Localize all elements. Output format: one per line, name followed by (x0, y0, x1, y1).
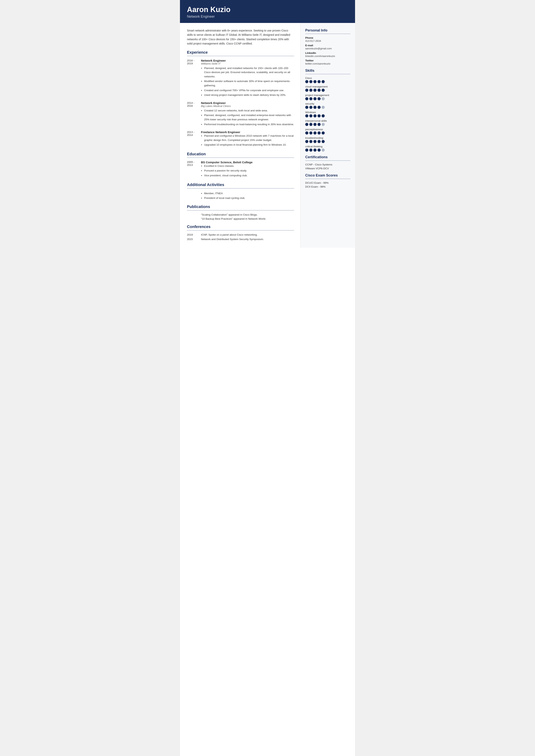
education-container: 2009 -2013 BS Computer Science, Beloit C… (187, 161, 294, 178)
skill-name-8: critical thinking (305, 145, 351, 148)
activities-list: Member, ITNEAPresident of local road cyc… (201, 191, 294, 200)
skill-dots-5 (305, 123, 351, 126)
conferences-container: 2019 ICNP, Spoke on a panel about Cisco … (187, 233, 294, 241)
skill-name-1: cloud management (305, 85, 351, 88)
experience-entry-2: 2013 -2014 Freelance Network Engineer Pl… (187, 130, 294, 148)
dot-filled-8-1 (309, 148, 312, 151)
email-value: aaronkuzio@gmail.com (305, 47, 351, 50)
dot-filled-1-4 (322, 89, 325, 92)
dot-filled-2-0 (305, 97, 308, 100)
dot-filled-4-2 (313, 114, 317, 118)
dot-filled-7-4 (322, 140, 325, 143)
experience-section-title: Experience (187, 50, 294, 55)
activities-container: Member, ITNEAPresident of local road cyc… (187, 191, 294, 200)
dot-filled-1-3 (318, 89, 321, 92)
score-item-1: DCII Exam - 98% (305, 185, 351, 188)
exp-bullet-0-3: Used strong project management skills to… (204, 93, 294, 97)
exp-bullets-1: Created 12 secure networks, both local a… (201, 108, 294, 126)
dot-filled-2-1 (309, 97, 312, 100)
edu-bullet-0-0: Excelled in Cisco classes. (204, 164, 294, 168)
activity-item-1: President of local road cycling club. (204, 196, 294, 200)
exp-role-0: Network Engineer (201, 59, 294, 62)
edu-degree-0: BS Computer Science, Beloit College (201, 161, 294, 164)
skills-divider (305, 74, 351, 74)
cisco-scores-container: DCUCI Exam - 99%DCII Exam - 98% (305, 181, 351, 188)
dot-filled-4-1 (309, 114, 312, 118)
dot-filled-5-0 (305, 123, 308, 126)
skill-row-8: critical thinking (305, 145, 351, 151)
dot-filled-0-1 (309, 80, 312, 83)
edu-content-0: BS Computer Science, Beloit College Exce… (201, 161, 294, 178)
dot-filled-4-0 (305, 114, 308, 118)
dot-filled-3-0 (305, 106, 308, 109)
exp-bullets-2: Planned and configured a Windows 2010 ne… (201, 134, 294, 147)
dot-filled-0-0 (305, 80, 308, 83)
skill-dots-0 (305, 80, 351, 83)
certifications-title: Certifications (305, 155, 351, 159)
linkedin-value: linkedin.com/in/aaronkuzio (305, 55, 351, 58)
dot-filled-3-3 (318, 106, 321, 109)
dot-filled-3-1 (309, 106, 312, 109)
dot-filled-7-0 (305, 140, 308, 143)
exp-bullet-1-2: Performed troubleshooting on load-balanc… (204, 122, 294, 126)
activity-item-0: Member, ITNEA (204, 191, 294, 196)
skill-row-2: project management (305, 94, 351, 100)
dot-filled-6-0 (305, 131, 308, 135)
exp-content-0: Network Engineer Williams-Seile IT Plann… (201, 59, 294, 98)
dot-filled-8-3 (318, 148, 321, 151)
exp-date-0: 2016 -2019 (187, 59, 201, 98)
skill-name-6: perceptiveness (305, 128, 351, 131)
dot-filled-3-2 (313, 106, 317, 109)
dot-empty-5-0 (322, 123, 325, 126)
exp-bullet-2-0: Planned and configured a Windows 2010 ne… (204, 134, 294, 142)
dot-filled-7-2 (313, 140, 317, 143)
exp-company-0: Williams-Seile IT (201, 62, 294, 65)
activities-divider (187, 188, 294, 189)
skills-container: Cisco cloud management project managemen… (305, 77, 351, 151)
dot-filled-1-1 (309, 89, 312, 92)
dot-filled-5-2 (313, 123, 317, 126)
dot-filled-1-2 (313, 89, 317, 92)
cisco-scores-title: Cisco Exam Scores (305, 174, 351, 177)
certifications-divider (305, 160, 351, 161)
skill-dots-3 (305, 106, 351, 109)
experience-container: 2016 -2019 Network Engineer Williams-Sei… (187, 59, 294, 148)
exp-bullet-0-1: Modified vendor software to automate 30%… (204, 79, 294, 88)
conferences-section-title: Conferences (187, 225, 294, 229)
cisco-scores-divider (305, 179, 351, 179)
cert-item-1: VMware VCP6-DCV (305, 167, 351, 170)
edu-bullet-0-2: Vice president, cloud computing club. (204, 174, 294, 178)
exp-role-1: Network Engineer (201, 101, 294, 105)
exp-bullet-1-1: Planned, designed, configured, and insta… (204, 113, 294, 122)
linkedin-label: LinkedIn (305, 51, 351, 54)
skills-title: Skills (305, 68, 351, 73)
conf-year-1: 2015 (187, 238, 201, 241)
exp-date-1: 2014 -2016 (187, 101, 201, 127)
edu-date-0: 2009 -2013 (187, 161, 201, 178)
skill-name-5: interpersonal skills (305, 119, 351, 122)
resume: Aaron Kuzio Network Engineer Smart netwo… (180, 0, 355, 756)
dot-filled-7-1 (309, 140, 312, 143)
dot-filled-8-0 (305, 148, 308, 151)
cert-item-0: CCNP - Cisco Systems (305, 163, 351, 166)
dot-filled-0-3 (318, 80, 321, 83)
exp-bullet-1-0: Created 12 secure networks, both local a… (204, 108, 294, 113)
dot-filled-6-2 (313, 131, 317, 135)
publications-divider (187, 210, 294, 210)
exp-bullet-0-2: Created and configured 700+ VPNs for cor… (204, 88, 294, 93)
dot-filled-5-3 (318, 123, 321, 126)
score-item-0: DCUCI Exam - 99% (305, 181, 351, 184)
skill-dots-8 (305, 148, 351, 151)
experience-entry-0: 2016 -2019 Network Engineer Williams-Sei… (187, 59, 294, 98)
skill-row-6: perceptiveness (305, 128, 351, 135)
skill-dots-4 (305, 114, 351, 118)
personal-info-title: Personal Info (305, 28, 351, 33)
edu-bullet-0-1: Pursued a passion for security study. (204, 169, 294, 173)
publications-section-title: Publications (187, 204, 294, 209)
header-title: Network Engineer (187, 14, 348, 19)
edu-bullets-0: Excelled in Cisco classes.Pursued a pass… (201, 164, 294, 178)
skill-name-7: troubleshooting (305, 136, 351, 139)
skill-dots-7 (305, 140, 351, 143)
email-label: E-mail (305, 44, 351, 47)
dot-filled-6-3 (318, 131, 321, 135)
